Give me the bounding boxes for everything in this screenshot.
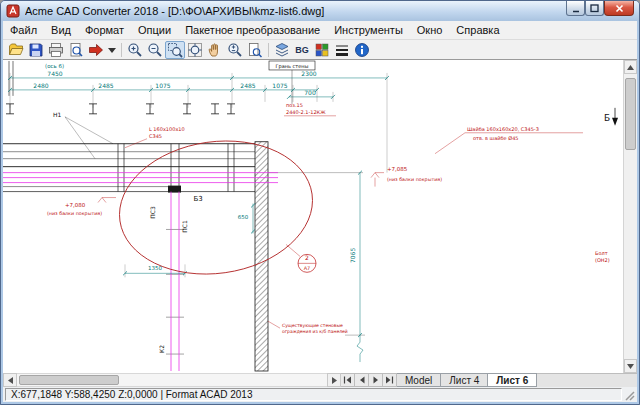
menu-item-view[interactable]: Вид	[44, 22, 78, 38]
menu-item-window[interactable]: Окно	[410, 22, 450, 38]
zoom-in-icon	[127, 42, 143, 58]
zoom-extents-button[interactable]	[185, 41, 205, 59]
zoom-out-icon	[147, 42, 163, 58]
maximize-button[interactable]	[585, 1, 604, 16]
open-button[interactable]	[6, 41, 26, 59]
scroll-right-button[interactable]	[327, 373, 341, 387]
resize-grip-icon	[622, 388, 635, 401]
open-icon	[8, 42, 24, 58]
zoom-realtime-icon	[227, 42, 243, 58]
bolt-note-line1: Болт	[595, 250, 608, 256]
drawing-canvas[interactable]: (ось 6) 7450 2300 2480 2485 1075 2485 10…	[3, 60, 623, 373]
menu-item-batch-convert[interactable]: Пакетное преобразование	[178, 22, 327, 38]
scroll-left-button[interactable]	[3, 373, 17, 387]
dim-2480: 2480	[33, 82, 48, 89]
palette-button[interactable]	[312, 41, 332, 59]
dim-2485-a: 2485	[98, 82, 113, 89]
zoom-realtime-button[interactable]	[225, 41, 245, 59]
shayba-note-line2: отв. в шайбе Ø45	[473, 135, 519, 141]
gran-label: Грань стены	[275, 63, 308, 70]
scroll-down-button[interactable]	[624, 359, 637, 373]
menu-item-format[interactable]: Формат	[78, 22, 131, 38]
menu-item-file[interactable]: Файл	[3, 22, 44, 38]
last-sheet-button[interactable]	[383, 373, 397, 387]
scroll-up-button[interactable]	[624, 60, 637, 74]
poz15-note-line2: 2440-2.1-12КЖ	[286, 109, 326, 115]
first-sheet-button[interactable]	[341, 373, 355, 387]
zoom-out-button[interactable]	[145, 41, 165, 59]
last-sheet-icon	[385, 376, 394, 384]
bg-toggle-button[interactable]: BG	[292, 41, 312, 59]
previous-sheet-icon	[359, 376, 365, 384]
convert-dropdown-button[interactable]	[106, 41, 118, 59]
maximize-icon	[590, 4, 599, 13]
linewidth-icon	[334, 42, 350, 58]
wall-note-line1: Существующие стеновые	[282, 323, 343, 328]
menu-bar: Файл Вид Формат Опции Пакетное преобразо…	[3, 21, 637, 40]
toolbar-separator	[268, 43, 269, 57]
title-bar[interactable]: Acme CAD Converter 2018 - [D:\ФО\АРХИВЫ\…	[1, 1, 639, 21]
arrow-down-icon	[627, 364, 634, 369]
dim-1075-a: 1075	[155, 82, 170, 89]
palette-icon	[314, 42, 330, 58]
bottom-bar: Model Лист 4 Лист 6	[3, 373, 637, 387]
toolbar-separator	[121, 43, 122, 57]
dim-7450: 7450	[47, 70, 62, 77]
vertical-scrollbar[interactable]	[623, 60, 637, 373]
dim-650: 650	[238, 214, 249, 220]
arrow-right-icon	[332, 377, 337, 384]
zoom-window-button[interactable]	[165, 41, 185, 59]
vertical-scroll-thumb[interactable]	[625, 78, 636, 150]
pan-button[interactable]	[205, 41, 225, 59]
print-button[interactable]	[46, 41, 66, 59]
horizontal-scroll-thumb[interactable]	[19, 375, 119, 385]
ps1-label: ПС1	[181, 220, 188, 233]
close-button[interactable]	[604, 1, 634, 16]
bg-toggle-label: BG	[295, 45, 309, 55]
resize-grip[interactable]	[622, 388, 635, 401]
drawing-area: (ось 6) 7450 2300 2480 2485 1075 2485 10…	[3, 59, 637, 373]
window-title: Acme CAD Converter 2018 - [D:\ФО\АРХИВЫ\…	[25, 5, 566, 17]
axis-6-label: (ось 6)	[45, 63, 64, 69]
close-icon	[615, 4, 624, 13]
menu-item-tools[interactable]: Инструменты	[327, 22, 410, 38]
horizontal-scrollbar[interactable]	[3, 373, 341, 387]
minimize-icon	[572, 5, 580, 13]
convert-button[interactable]	[86, 41, 106, 59]
next-sheet-icon	[373, 376, 379, 384]
dim-7065: 7065	[349, 248, 356, 263]
callout-number: 2	[305, 254, 309, 261]
previous-sheet-button[interactable]	[355, 373, 369, 387]
horizontal-scroll-track[interactable]	[17, 373, 327, 387]
tab-model[interactable]: Model	[397, 373, 441, 387]
arrow-up-icon	[627, 65, 634, 70]
tab-list-4[interactable]: Лист 4	[441, 373, 488, 387]
bolt-note-line2: (ОН2)	[595, 257, 610, 263]
elevation-right-note: (низ балки покрытия)	[387, 177, 442, 182]
save-icon	[28, 42, 44, 58]
print-icon	[48, 42, 64, 58]
n1-label: Н1	[53, 111, 62, 118]
save-button[interactable]	[26, 41, 46, 59]
minimize-button[interactable]	[566, 1, 585, 16]
menu-item-options[interactable]: Опции	[131, 22, 178, 38]
first-sheet-icon	[343, 376, 352, 384]
zoom-page-button[interactable]	[245, 41, 265, 59]
info-button[interactable]	[352, 41, 372, 59]
dim-1075-b: 1075	[272, 82, 287, 89]
tab-list-6[interactable]: Лист 6	[488, 373, 537, 387]
linewidth-button[interactable]	[332, 41, 352, 59]
next-sheet-button[interactable]	[369, 373, 383, 387]
section-arrow-icon	[612, 118, 618, 126]
menu-item-help[interactable]: Справка	[449, 22, 506, 38]
info-icon	[354, 42, 370, 58]
dim-2300: 2300	[301, 70, 316, 77]
zoom-in-button[interactable]	[125, 41, 145, 59]
print-preview-button[interactable]	[66, 41, 86, 59]
axis-layer	[3, 173, 278, 371]
wall-note-line2: ограждения из к/б панелей	[282, 329, 348, 334]
b3-label: Б3	[193, 195, 202, 203]
app-window: Acme CAD Converter 2018 - [D:\ФО\АРХИВЫ\…	[0, 0, 640, 405]
layers-button[interactable]	[272, 41, 292, 59]
vertical-scroll-track[interactable]	[624, 74, 637, 359]
